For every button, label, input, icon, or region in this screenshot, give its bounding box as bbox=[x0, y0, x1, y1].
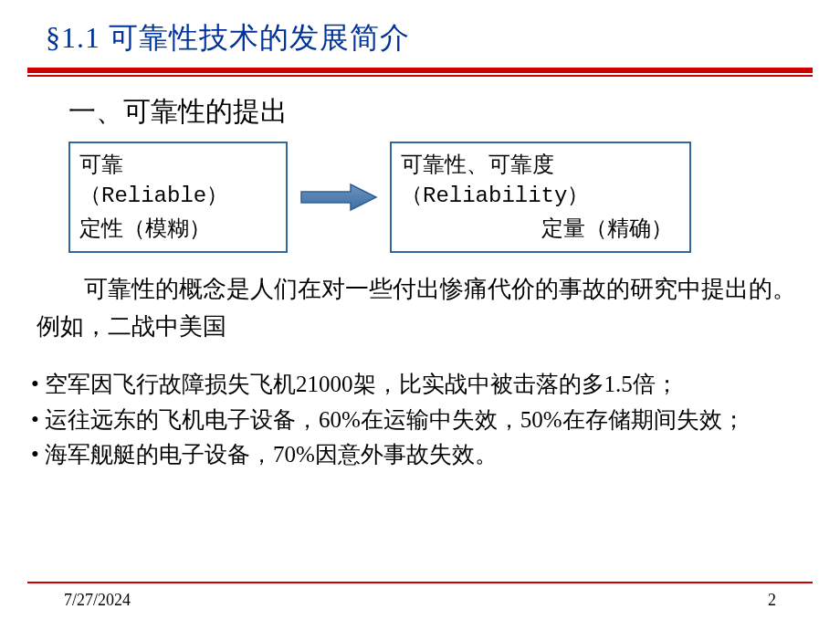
box-left-line3: 定性（模糊） bbox=[79, 213, 277, 245]
bullet-3: • 海军舰艇的电子设备，70%因意外事故失效。 bbox=[31, 437, 809, 473]
box-right-line2: （Reliability） bbox=[401, 181, 680, 213]
body-paragraph: 可靠性的概念是人们在对一些付出惨痛代价的事故的研究中提出的。例如，二战中美国 bbox=[0, 271, 840, 345]
slide-title: §1.1 可靠性技术的发展简介 bbox=[0, 0, 840, 68]
arrow-right-icon bbox=[293, 181, 384, 214]
box-left-line1: 可靠 bbox=[79, 149, 277, 181]
bullet-1: • 空军因飞行故障损失飞机21000架，比实战中被击落的多1.5倍； bbox=[31, 367, 809, 403]
footer-page-number: 2 bbox=[768, 591, 776, 610]
bullet-list: • 空军因飞行故障损失飞机21000架，比实战中被击落的多1.5倍； • 运往远… bbox=[0, 367, 840, 473]
divider-thick bbox=[27, 68, 813, 73]
box-right: 可靠性、可靠度 （Reliability） 定量（精确） bbox=[390, 142, 691, 253]
svg-marker-0 bbox=[301, 184, 376, 210]
box-right-line3: 定量（精确） bbox=[401, 213, 680, 245]
box-right-line1: 可靠性、可靠度 bbox=[401, 149, 680, 181]
divider-thin bbox=[27, 75, 813, 77]
box-left: 可靠 （Reliable） 定性（模糊） bbox=[68, 142, 288, 253]
subheading: 一、可靠性的提出 bbox=[0, 93, 840, 131]
bullet-2: • 运往远东的飞机电子设备，60%在运输中失效，50%在存储期间失效； bbox=[31, 403, 809, 438]
footer-divider bbox=[27, 582, 813, 583]
box-left-line2: （Reliable） bbox=[79, 181, 277, 213]
footer: 7/27/2024 2 bbox=[0, 582, 840, 610]
concept-boxes-row: 可靠 （Reliable） 定性（模糊） 可靠性、可靠度 （Reliabilit… bbox=[0, 142, 840, 253]
footer-date: 7/27/2024 bbox=[64, 591, 131, 610]
